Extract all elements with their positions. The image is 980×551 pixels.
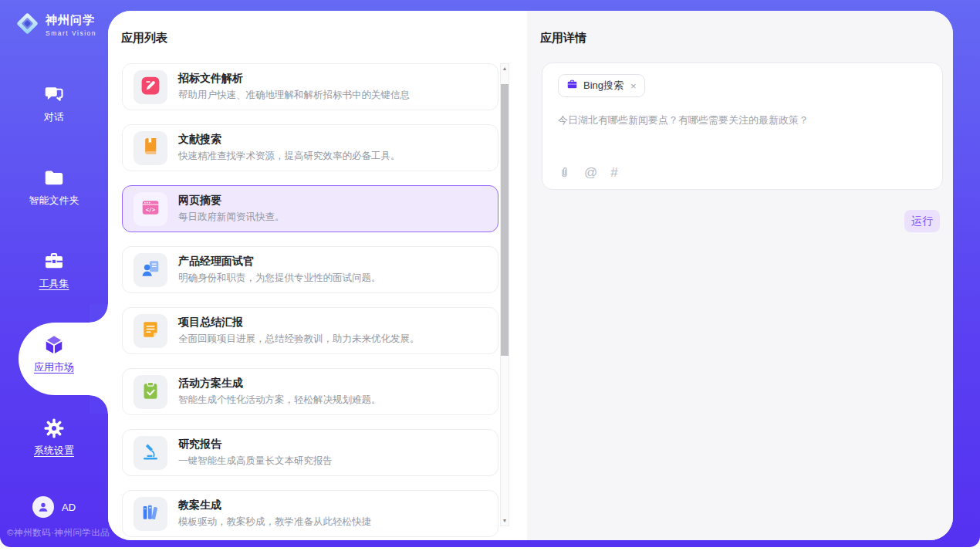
app-card-description: 明确身份和职责，为您提供专业性的面试问题。 bbox=[178, 272, 381, 285]
main-panel: 应用列表 招标文件解析 帮助用户快速、准确地理解和解析招标书中的关键信息 文献搜… bbox=[108, 11, 953, 540]
microscope-icon bbox=[140, 441, 161, 465]
attachment-toolbar: @# bbox=[558, 166, 618, 179]
prompt-card: Bing搜索 × 今日湖北有哪些新闻要点？有哪些需要关注的最新政策？ @# bbox=[542, 63, 943, 190]
copyright-footer: ©神州数码·神州问学出品 bbox=[7, 527, 110, 539]
scrollbar-thumb[interactable] bbox=[501, 84, 509, 356]
books-icon bbox=[140, 502, 161, 526]
edit-square-icon bbox=[140, 76, 161, 99]
scroll-down-icon[interactable]: ▼ bbox=[501, 516, 509, 526]
paperclip-icon[interactable] bbox=[558, 166, 571, 179]
app-card-title: 教案生成 bbox=[178, 499, 371, 512]
app-card-description: 快速精准查找学术资源，提高研究效率的必备工具。 bbox=[178, 150, 400, 163]
app-window: 神州问学 Smart Vision 对话 智能文件夹 工具集 应用市场 系统设置 bbox=[0, 0, 980, 551]
run-button[interactable]: 运行 bbox=[904, 210, 940, 232]
tool-tag[interactable]: Bing搜索 × bbox=[558, 74, 645, 97]
tool-tag-label: Bing搜索 bbox=[583, 79, 623, 93]
brand-name: 神州问学 bbox=[46, 13, 96, 28]
app-list-panel: 应用列表 招标文件解析 帮助用户快速、准确地理解和解析招标书中的关键信息 文献搜… bbox=[108, 11, 527, 540]
gear-icon bbox=[42, 417, 66, 440]
app-card-title: 活动方案生成 bbox=[178, 377, 381, 390]
app-card-description: 每日政府新闻资讯快查。 bbox=[178, 211, 285, 224]
sidebar-item-app-market[interactable]: 应用市场 bbox=[0, 324, 108, 407]
scroll-up-icon[interactable]: ▲ bbox=[501, 64, 509, 73]
brand-subtitle: Smart Vision bbox=[46, 29, 96, 37]
prompt-input[interactable]: 今日湖北有哪些新闻要点？有哪些需要关注的最新政策？ bbox=[558, 113, 927, 127]
purple-frame: 神州问学 Smart Vision 对话 智能文件夹 工具集 应用市场 系统设置 bbox=[0, 0, 980, 547]
app-card-title: 产品经理面试官 bbox=[178, 255, 381, 269]
app-card-description: 智能生成个性化活动方案，轻松解决规划难题。 bbox=[178, 394, 381, 407]
book-icon bbox=[141, 137, 161, 159]
folder-icon bbox=[42, 167, 66, 190]
toolbox-icon bbox=[42, 250, 66, 273]
cube-icon bbox=[42, 333, 66, 357]
clipboard-check-icon bbox=[140, 380, 161, 404]
app-card-title: 项目总结汇报 bbox=[178, 316, 420, 330]
app-card[interactable]: 研究报告 一键智能生成高质量长文本研究报告 bbox=[122, 429, 498, 476]
scrollbar[interactable]: ▲ ▼ bbox=[500, 63, 509, 526]
app-card[interactable]: 产品经理面试官 明确身份和职责，为您提供专业性的面试问题。 bbox=[122, 246, 498, 293]
sidebar-item-settings[interactable]: 系统设置 bbox=[0, 407, 108, 491]
app-card-description: 一键智能生成高质量长文本研究报告 bbox=[178, 455, 333, 468]
app-card[interactable]: 教案生成 模板驱动，教案秒成，教学准备从此轻松快捷 bbox=[122, 490, 498, 537]
app-card-title: 招标文件解析 bbox=[178, 72, 410, 86]
diamond-logo-icon bbox=[15, 11, 40, 39]
app-card-description: 全面回顾项目进展，总结经验教训，助力未来优化发展。 bbox=[178, 333, 420, 346]
app-card-title: 文献搜索 bbox=[178, 133, 400, 147]
sidebar-nav: 对话 智能文件夹 工具集 应用市场 系统设置 bbox=[0, 74, 108, 491]
app-detail-title: 应用详情 bbox=[540, 31, 586, 46]
interviewer-icon bbox=[140, 259, 161, 282]
chat-icon bbox=[42, 83, 66, 106]
app-card-description: 模板驱动，教案秒成，教学准备从此轻松快捷 bbox=[178, 516, 371, 529]
user-initials: AD bbox=[62, 502, 76, 513]
at-icon[interactable]: @ bbox=[584, 166, 597, 179]
svg-text:</>: </> bbox=[146, 205, 156, 212]
tag-close-icon[interactable]: × bbox=[630, 80, 637, 92]
app-list-title: 应用列表 bbox=[121, 31, 167, 46]
app-card-list: 招标文件解析 帮助用户快速、准确地理解和解析招标书中的关键信息 文献搜索 快速精… bbox=[122, 63, 498, 540]
app-card[interactable]: 招标文件解析 帮助用户快速、准确地理解和解析招标书中的关键信息 bbox=[122, 63, 498, 110]
brand-logo: 神州问学 Smart Vision bbox=[15, 11, 96, 39]
app-card[interactable]: 文献搜索 快速精准查找学术资源，提高研究效率的必备工具。 bbox=[122, 124, 498, 171]
app-card[interactable]: 活动方案生成 智能生成个性化活动方案，轻松解决规划难题。 bbox=[122, 368, 498, 415]
app-card[interactable]: 项目总结汇报 全面回顾项目进展，总结经验教训，助力未来优化发展。 bbox=[122, 307, 498, 354]
sidebar-item-chat[interactable]: 对话 bbox=[0, 74, 108, 157]
sidebar-item-smart-folder[interactable]: 智能文件夹 bbox=[0, 157, 108, 241]
briefcase-icon bbox=[566, 79, 578, 93]
user-menu[interactable]: AD bbox=[0, 496, 108, 518]
app-detail-panel: 应用详情 Bing搜索 × 今日湖北有哪些新闻要点？有哪些需要关注的最新政策？ … bbox=[527, 11, 953, 540]
webpage-code-icon: </> bbox=[140, 198, 161, 221]
sidebar: 神州问学 Smart Vision 对话 智能文件夹 工具集 应用市场 系统设置 bbox=[0, 0, 108, 547]
app-card-title: 研究报告 bbox=[178, 438, 333, 451]
app-card-description: 帮助用户快速、准确地理解和解析招标书中的关键信息 bbox=[178, 89, 410, 102]
hash-icon[interactable]: # bbox=[610, 166, 617, 179]
app-card[interactable]: </> 网页摘要 每日政府新闻资讯快查。 bbox=[122, 185, 498, 232]
avatar bbox=[32, 496, 54, 518]
app-card-title: 网页摘要 bbox=[178, 194, 285, 208]
memo-icon bbox=[140, 319, 161, 343]
sidebar-item-toolset[interactable]: 工具集 bbox=[0, 241, 108, 324]
